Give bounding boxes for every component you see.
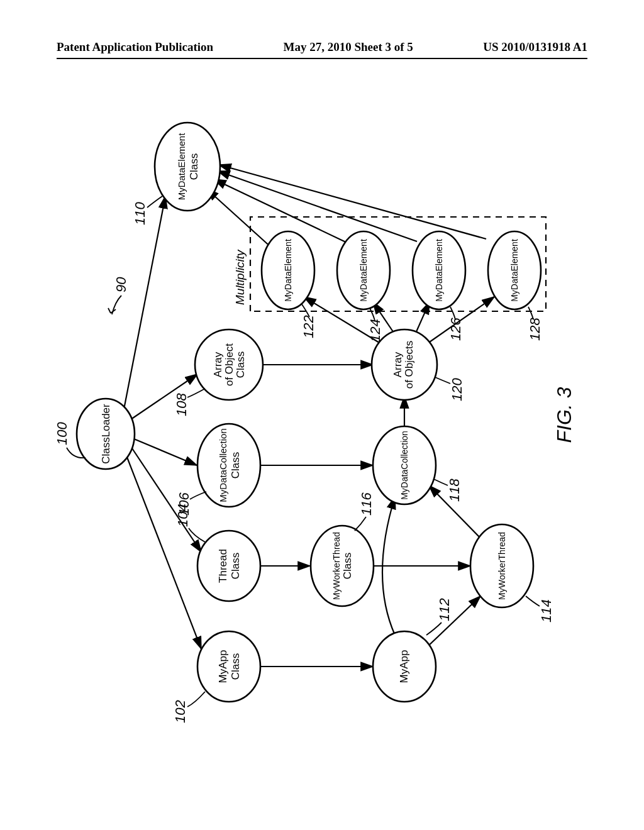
ref-110: 110: [132, 202, 148, 225]
node-120-label2: of Objects: [403, 341, 415, 389]
ref-124: 124: [367, 319, 383, 342]
node-108-label2: of Object: [223, 343, 235, 386]
ref-90: 90: [113, 277, 129, 292]
node-128-label1: MyDataElement: [509, 239, 519, 302]
node-106: [197, 424, 260, 507]
graph-svg: Multiplicity ClassLoader MyApp Class T: [55, 101, 589, 729]
node-102-label1: MyApp: [217, 650, 229, 683]
header-left: Patent Application Publication: [57, 40, 213, 54]
ref-116: 116: [358, 492, 374, 516]
edge-100-102: [126, 454, 201, 649]
edge-122-110: [206, 189, 272, 248]
node-104-label2: Class: [230, 553, 242, 580]
ref-106: 106: [176, 492, 192, 516]
leader-124: [370, 308, 375, 321]
node-110-label2: Class: [188, 153, 200, 180]
edge-126-110: [218, 171, 417, 241]
node-126-label1: MyDataElement: [434, 239, 444, 302]
ref-120: 120: [449, 378, 465, 401]
edge-100-110: [123, 196, 165, 412]
ref-128: 128: [527, 318, 543, 341]
node-102-label2: Class: [230, 653, 242, 680]
figure-label: FIG. 3: [553, 387, 575, 443]
edge-112-114: [426, 596, 480, 648]
node-108-label3: Class: [235, 351, 247, 379]
leader-128: [528, 307, 533, 319]
leader-120: [435, 377, 450, 384]
ref-114: 114: [538, 599, 554, 622]
leader-112: [426, 622, 441, 635]
node-112-label1: MyApp: [398, 650, 410, 683]
leader-118: [434, 479, 448, 485]
edge-100-106: [134, 439, 197, 465]
ref-118: 118: [447, 479, 462, 502]
ref-126: 126: [448, 318, 464, 341]
ref-122: 122: [301, 315, 316, 338]
node-118-label1: MyDataCollection: [399, 431, 409, 500]
node-106-label2: Class: [230, 452, 242, 479]
figure-3-graph: Multiplicity ClassLoader MyApp Class T: [55, 101, 589, 729]
leader-116: [355, 517, 366, 531]
header-center: May 27, 2010 Sheet 3 of 5: [284, 40, 413, 54]
node-116-label1: MyWorkerThread: [331, 532, 341, 600]
ref-100: 100: [55, 422, 70, 445]
header-rule: [57, 58, 587, 59]
node-110-label1: MyDataElement: [176, 133, 187, 201]
ref-108: 108: [174, 393, 189, 416]
node-124-label1: MyDataElement: [358, 239, 369, 302]
leader-106: [190, 492, 206, 499]
node-122-label1: MyDataElement: [283, 239, 293, 302]
node-labels: ClassLoader MyApp Class Thread Class MyD…: [100, 133, 519, 683]
ref-112: 112: [436, 598, 452, 621]
header-right: US 2010/0131918 A1: [483, 40, 587, 54]
page-header: Patent Application Publication May 27, 2…: [57, 40, 587, 54]
node-106-label1: MyDataCollection: [218, 428, 228, 502]
node-116-label2: Class: [341, 553, 353, 580]
leader-126: [450, 307, 455, 319]
leader-104: [189, 528, 205, 542]
node-102: [197, 631, 260, 702]
leader-114: [526, 596, 540, 606]
node-108-label1: Array: [212, 351, 224, 377]
edge-128-110: [219, 165, 486, 239]
leader-102: [187, 692, 205, 707]
node-120-label1: Array: [392, 351, 404, 377]
ref-102: 102: [172, 700, 188, 723]
node-104: [197, 531, 260, 601]
node-104-label1: Thread: [217, 549, 229, 583]
multiplicity-group-label: Multiplicity: [233, 249, 247, 305]
edge-120-126: [415, 302, 430, 335]
node-114-label1: MyWorkerThread: [497, 532, 507, 600]
node-100-label: ClassLoader: [100, 404, 112, 464]
leader-110: [147, 196, 162, 208]
leader-108: [187, 389, 205, 397]
node-110: [155, 123, 220, 211]
leader-90-head: [108, 308, 116, 313]
